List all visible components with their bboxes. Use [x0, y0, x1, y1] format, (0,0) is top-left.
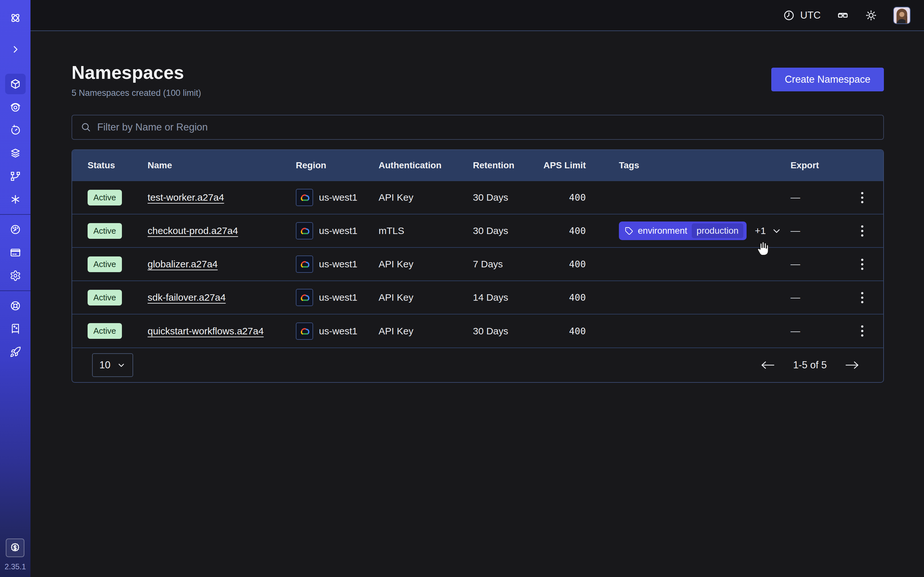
sidebar-divider	[0, 214, 31, 215]
status-badge: Active	[87, 223, 122, 239]
table-header-row: Status Name Region Authentication Retent…	[72, 150, 884, 181]
sidebar-divider	[0, 290, 31, 291]
aps-limit-cell: 400	[531, 314, 604, 348]
row-actions-kebab-button[interactable]	[857, 322, 868, 340]
tag-chip[interactable]: environment production	[619, 221, 746, 240]
search-input[interactable]	[97, 121, 875, 133]
region-label: us-west1	[319, 259, 357, 269]
table-row: Active test-worker.a27a4 us-west1 API Ke…	[72, 181, 884, 214]
row-actions-kebab-button[interactable]	[857, 222, 868, 240]
col-retention: Retention	[457, 150, 531, 181]
sidebar-item-namespaces[interactable]	[5, 74, 26, 94]
namespace-link[interactable]: checkout-prod.a27a4	[148, 226, 238, 236]
page-size-select[interactable]: 10	[92, 353, 133, 377]
sidebar-item-getting-started[interactable]	[5, 342, 26, 362]
table-pagination: 10 1-5 of 5	[72, 348, 883, 382]
gcp-region-icon	[296, 222, 313, 239]
pagination-range: 1-5 of 5	[793, 359, 827, 371]
row-actions-kebab-button[interactable]	[857, 289, 868, 306]
table-row: Active checkout-prod.a27a4 us-west1 mTLS…	[72, 214, 884, 247]
main-content: Namespaces 5 Namespaces created (100 lim…	[31, 31, 924, 577]
temporal-logo-icon[interactable]	[5, 8, 26, 28]
theme-toggle-sun-icon[interactable]	[865, 9, 877, 21]
export-value: —	[790, 192, 800, 203]
table-row: Active quickstart-workflows.a27a4 us-wes…	[72, 314, 884, 348]
status-badge: Active	[87, 190, 122, 205]
retention-cell: 30 Days	[457, 181, 531, 214]
auth-cell: API Key	[363, 314, 457, 348]
sidebar-item-nexus[interactable]	[5, 166, 26, 187]
retention-cell: 30 Days	[457, 214, 531, 247]
gcp-region-icon	[296, 322, 313, 340]
tag-icon	[625, 227, 633, 235]
status-badge: Active	[87, 290, 122, 306]
timezone-selector[interactable]: UTC	[783, 9, 821, 21]
row-actions-kebab-button[interactable]	[857, 189, 868, 206]
table-row: Active globalizer.a27a4 us-west1 API Key…	[72, 247, 884, 281]
sidebar-nav-help	[5, 295, 26, 362]
col-tags: Tags	[604, 150, 775, 181]
tags-expand-chevron-icon[interactable]	[772, 226, 782, 236]
retention-cell: 14 Days	[457, 281, 531, 314]
app-version: 2.35.1	[5, 562, 26, 571]
credits-badge-button[interactable]	[6, 538, 24, 557]
create-namespace-button[interactable]: Create Namespace	[771, 68, 884, 91]
col-region: Region	[280, 150, 363, 181]
region-label: us-west1	[319, 192, 357, 203]
sidebar-collapse-chevron-icon[interactable]	[5, 39, 26, 60]
auth-cell: API Key	[363, 181, 457, 214]
region-label: us-west1	[319, 326, 357, 337]
auth-cell: API Key	[363, 247, 457, 281]
sidebar-item-billing[interactable]	[5, 242, 26, 263]
gcp-region-icon	[296, 289, 313, 306]
sidebar-item-usage[interactable]	[5, 219, 26, 240]
sidebar-nav-main	[5, 74, 26, 210]
sidebar-item-docs[interactable]	[5, 319, 26, 339]
accessibility-glasses-icon[interactable]	[837, 9, 849, 21]
auth-cell: mTLS	[363, 214, 457, 247]
col-authentication: Authentication	[363, 150, 457, 181]
namespace-link[interactable]: sdk-failover.a27a4	[148, 292, 226, 303]
aps-limit-cell: 400	[531, 247, 604, 281]
status-badge: Active	[87, 256, 122, 272]
search-icon	[81, 122, 91, 133]
chevron-down-icon	[117, 361, 126, 370]
sidebar-bottom: 2.35.1	[5, 538, 26, 577]
gcp-region-icon	[296, 189, 313, 206]
namespace-link[interactable]: globalizer.a27a4	[148, 259, 218, 269]
tag-key: environment	[638, 226, 687, 236]
namespace-link[interactable]: quickstart-workflows.a27a4	[148, 326, 264, 336]
topbar: UTC	[31, 0, 924, 31]
previous-page-button[interactable]	[760, 359, 775, 371]
namespace-filter	[71, 115, 884, 140]
retention-cell: 7 Days	[457, 247, 531, 281]
sidebar-item-settings[interactable]	[5, 266, 26, 286]
sidebar-item-support[interactable]	[5, 295, 26, 316]
user-avatar[interactable]	[893, 7, 911, 24]
col-name: Name	[132, 150, 280, 181]
sidebar-item-observability[interactable]	[5, 97, 26, 117]
status-badge: Active	[87, 323, 122, 339]
col-status: Status	[72, 150, 132, 181]
retention-cell: 30 Days	[457, 314, 531, 348]
export-value: —	[790, 226, 800, 236]
sidebar-item-deployments[interactable]	[5, 143, 26, 163]
sidebar-nav-account	[5, 219, 26, 286]
timezone-label: UTC	[800, 10, 821, 21]
col-aps-limit: APS Limit	[531, 150, 604, 181]
namespace-link[interactable]: test-worker.a27a4	[148, 192, 224, 203]
gcp-region-icon	[296, 255, 313, 273]
namespaces-table: Status Name Region Authentication Retent…	[71, 149, 884, 383]
namespace-count-subtitle: 5 Namespaces created (100 limit)	[71, 88, 201, 98]
aps-limit-cell: 400	[531, 281, 604, 314]
auth-cell: API Key	[363, 281, 457, 314]
page-title: Namespaces	[71, 62, 201, 83]
clock-icon	[783, 9, 795, 21]
sidebar-item-schedules[interactable]	[5, 120, 26, 140]
export-value: —	[790, 292, 800, 303]
row-actions-kebab-button[interactable]	[857, 255, 868, 273]
next-page-button[interactable]	[845, 359, 860, 371]
aps-limit-cell: 400	[531, 214, 604, 247]
tags-more-count[interactable]: +1	[755, 226, 766, 236]
sidebar-item-system[interactable]	[5, 189, 26, 210]
